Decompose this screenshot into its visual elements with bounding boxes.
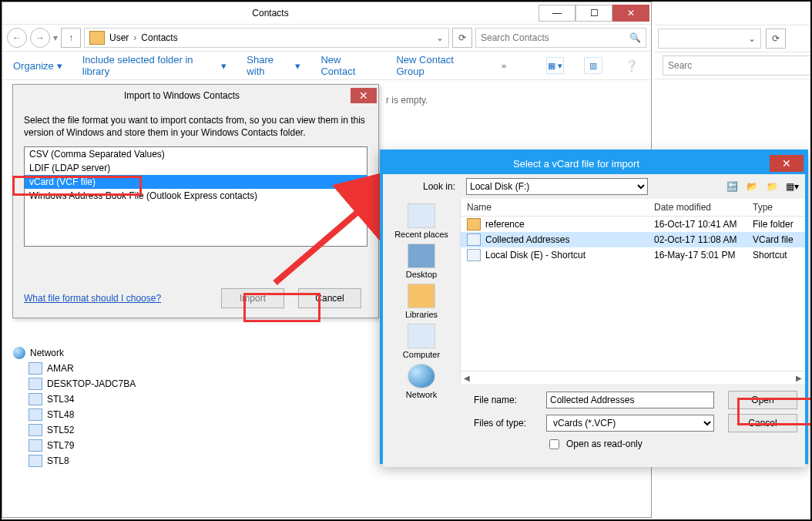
chevron-down-icon[interactable]: ▾ [53, 32, 58, 43]
breadcrumb-separator-icon: › [133, 32, 136, 43]
search-placeholder: Search Contacts [481, 32, 549, 43]
computer-icon [29, 408, 42, 421]
nav-back-button[interactable]: ← [7, 28, 27, 48]
tree-node-label: AMAR [47, 363, 74, 374]
toolbar: Organize▾ Include selected folder in lib… [2, 52, 651, 80]
format-list[interactable]: CSV (Comma Separated Values) LDIF (LDAP … [24, 146, 367, 247]
search-input[interactable]: Searc [663, 55, 812, 76]
file-row-shortcut[interactable]: Local Disk (E) - Shortcut 16-May-17 5:01… [461, 247, 805, 263]
libraries-icon [408, 284, 435, 308]
col-type[interactable]: Type [753, 202, 805, 213]
tree-node-label: STL34 [47, 394, 74, 405]
new-folder-icon[interactable]: 📁 [765, 180, 779, 193]
new-contact-button[interactable]: New Contact [320, 54, 376, 77]
cancel-button[interactable]: Cancel [298, 288, 361, 308]
tree-node[interactable]: STL8 [13, 453, 136, 469]
tree-node[interactable]: STL48 [13, 407, 136, 422]
place-computer[interactable]: Computer [387, 324, 456, 359]
view-menu-icon[interactable]: ▦▾ [785, 180, 799, 193]
nav-back-icon[interactable]: 🔙 [725, 180, 739, 193]
tree-node-label: DESKTOP-JADC7BA [47, 378, 136, 389]
breadcrumb-dropdown-icon[interactable]: ⌄ [436, 32, 444, 43]
close-button[interactable]: ✕ [612, 5, 649, 22]
place-label: Libraries [405, 310, 438, 319]
open-button[interactable]: Open [728, 391, 797, 409]
horizontal-scrollbar[interactable]: ◀ ▶ [461, 371, 805, 384]
col-name[interactable]: Name [467, 202, 654, 213]
search-input[interactable]: Search Contacts 🔍 [475, 28, 646, 48]
share-with-menu[interactable]: Share with▾ [247, 54, 300, 77]
format-option-csv[interactable]: CSV (Comma Separated Values) [25, 147, 367, 161]
chevron-right-icon[interactable]: » [502, 61, 506, 70]
chevron-down-icon: ▾ [57, 60, 62, 72]
screenshot-frame: Contacts — ☐ ✕ ← → ▾ ↑ User › Contacts ⌄… [0, 0, 812, 521]
look-in-select[interactable]: Local Disk (F:) [466, 178, 648, 195]
tree-node[interactable]: STL34 [13, 392, 136, 407]
new-contact-group-button[interactable]: New Contact Group [396, 54, 481, 77]
place-label: Recent places [394, 230, 448, 239]
file-name: Local Disk (E) - Shortcut [485, 250, 654, 260]
refresh-button[interactable]: ⟳ [452, 28, 472, 48]
nav-up-button[interactable]: ↑ [61, 28, 81, 48]
preview-pane-button[interactable]: ▥ [584, 57, 602, 74]
computer-icon [29, 362, 42, 375]
computer-icon [29, 378, 42, 390]
shortcut-icon [467, 249, 481, 261]
view-options-button[interactable]: ▦ ▾ [546, 57, 564, 74]
breadcrumb-dropdown-icon[interactable]: ⌄ [658, 29, 761, 49]
refresh-button[interactable]: ⟳ [766, 29, 786, 49]
file-row-collected-addresses[interactable]: Collected Addresses 02-Oct-17 11:08 AM V… [461, 232, 805, 247]
maximize-button[interactable]: ☐ [575, 5, 612, 22]
cancel-button[interactable]: Cancel [728, 414, 797, 432]
close-button[interactable]: ✕ [770, 155, 804, 172]
scroll-left-icon[interactable]: ◀ [464, 374, 470, 382]
scroll-right-icon[interactable]: ▶ [796, 374, 802, 382]
organize-label: Organize [13, 60, 54, 72]
format-option-vcard[interactable]: vCard (VCF file) [25, 175, 367, 189]
breadcrumb[interactable]: User › Contacts ⌄ [84, 28, 449, 48]
chevron-down-icon: ▾ [295, 60, 300, 72]
place-recent[interactable]: Recent places [387, 203, 456, 239]
include-in-library-menu[interactable]: Include selected folder in library▾ [82, 54, 227, 77]
col-date[interactable]: Date modified [654, 202, 753, 213]
places-bar: Recent places Desktop Libraries Computer… [383, 199, 461, 384]
tree-network[interactable]: Network [13, 345, 136, 361]
tree-node[interactable]: STL52 [13, 422, 136, 438]
place-desktop[interactable]: Desktop [387, 244, 456, 279]
import-button[interactable]: Import [221, 288, 284, 308]
up-folder-icon[interactable]: 📂 [745, 180, 759, 193]
minimize-button[interactable]: — [539, 5, 575, 22]
file-type-select[interactable]: vCards (*.VCF) [546, 415, 714, 432]
share-label: Share with [247, 54, 292, 77]
help-format-link[interactable]: What file format should I choose? [24, 293, 161, 304]
nav-forward-button[interactable]: → [30, 28, 50, 48]
file-name: Collected Addresses [485, 234, 654, 245]
file-type: File folder [753, 219, 805, 230]
format-option-wab[interactable]: Windows Address Book File (Outlook Expre… [25, 189, 367, 203]
network-icon [13, 347, 25, 359]
dialog-description: Select the file format you want to impor… [13, 106, 378, 139]
open-readonly-checkbox[interactable] [549, 439, 559, 449]
picker-title: Select a vCard file for import [383, 158, 770, 170]
desktop-icon [408, 244, 435, 268]
tree-node[interactable]: DESKTOP-JADC7BA [13, 376, 136, 392]
contacts-title: Contacts [2, 8, 539, 18]
recent-places-icon [408, 203, 435, 228]
place-network[interactable]: Network [387, 364, 456, 399]
place-libraries[interactable]: Libraries [387, 284, 456, 319]
chevron-down-icon: ▾ [221, 60, 226, 72]
file-name: reference [485, 219, 654, 230]
tree-node[interactable]: STL79 [13, 438, 136, 453]
computer-icon [29, 439, 42, 452]
computer-icon [29, 393, 42, 405]
help-icon[interactable]: ❔ [622, 57, 640, 74]
file-name-input[interactable] [546, 392, 714, 408]
format-option-ldif[interactable]: LDIF (LDAP server) [25, 161, 367, 175]
close-button[interactable]: ✕ [351, 88, 377, 103]
file-row-reference[interactable]: reference 16-Oct-17 10:41 AM File folder [461, 217, 805, 232]
column-headers[interactable]: Name Date modified Type [461, 199, 805, 217]
secondary-window-sliver: ⌄ ⟳ Searc [655, 2, 812, 79]
tree-node[interactable]: AMAR [13, 361, 136, 376]
vcard-file-picker-dialog: Select a vCard file for import ✕ Look in… [380, 150, 808, 464]
organize-menu[interactable]: Organize▾ [13, 60, 62, 72]
